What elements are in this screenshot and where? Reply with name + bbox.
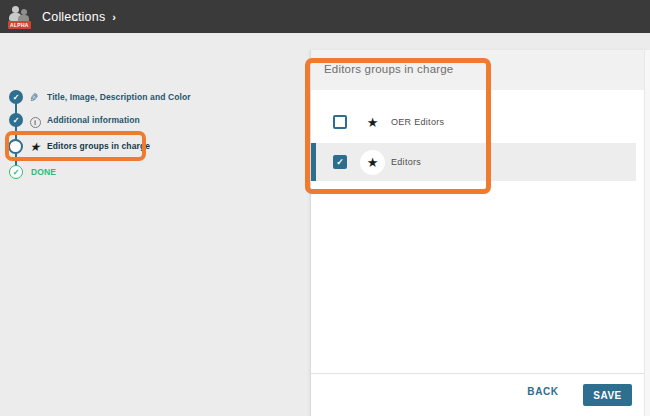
group-row-editors[interactable]: ✓ ★ Editors xyxy=(311,143,636,181)
step-completed-icon: ✓ xyxy=(9,113,23,127)
oer-editors-checkbox[interactable] xyxy=(333,115,347,129)
check-circle-icon: ✓ xyxy=(9,165,23,179)
wizard-stepper: ✓ ✎ Title, Image, Description and Color … xyxy=(0,0,300,220)
group-star-icon: ★ xyxy=(360,110,385,135)
panel-title: Editors groups in charge xyxy=(311,50,645,75)
star-icon: ★ xyxy=(28,137,42,155)
chevron-right-icon: › xyxy=(112,11,116,23)
back-button[interactable]: BACK xyxy=(523,386,563,397)
people-icon xyxy=(12,6,19,13)
step-active-icon xyxy=(8,139,23,154)
group-label: OER Editors xyxy=(391,117,444,127)
panel-header: Editors groups in charge xyxy=(311,50,645,90)
step-label: DONE xyxy=(31,167,56,177)
group-label: Editors xyxy=(391,157,421,167)
save-button[interactable]: SAVE xyxy=(583,384,632,406)
group-row-oer-editors[interactable]: ★ OER Editors xyxy=(311,103,636,141)
people-icon xyxy=(21,9,27,15)
step-label: Title, Image, Description and Color xyxy=(47,92,191,102)
footer-divider xyxy=(311,373,650,374)
step-label: Additional information xyxy=(47,115,140,125)
step-completed-icon: ✓ xyxy=(9,90,23,104)
stepper-connector-line xyxy=(15,97,17,172)
editors-groups-panel: Editors groups in charge ★ OER Editors ✓… xyxy=(310,50,650,416)
info-icon: i xyxy=(28,111,42,129)
editors-checkbox[interactable]: ✓ xyxy=(333,155,347,169)
top-bar: ALPHA Collections › xyxy=(0,0,650,33)
app-logo-icon[interactable]: ALPHA xyxy=(8,5,30,29)
alpha-badge: ALPHA xyxy=(8,21,31,29)
panel-scrollbar[interactable] xyxy=(644,50,650,416)
breadcrumb-collections[interactable]: Collections xyxy=(42,10,105,24)
step-label: Editors groups in charge xyxy=(47,141,150,151)
pencil-icon: ✎ xyxy=(28,88,42,106)
group-star-icon: ★ xyxy=(360,150,385,175)
